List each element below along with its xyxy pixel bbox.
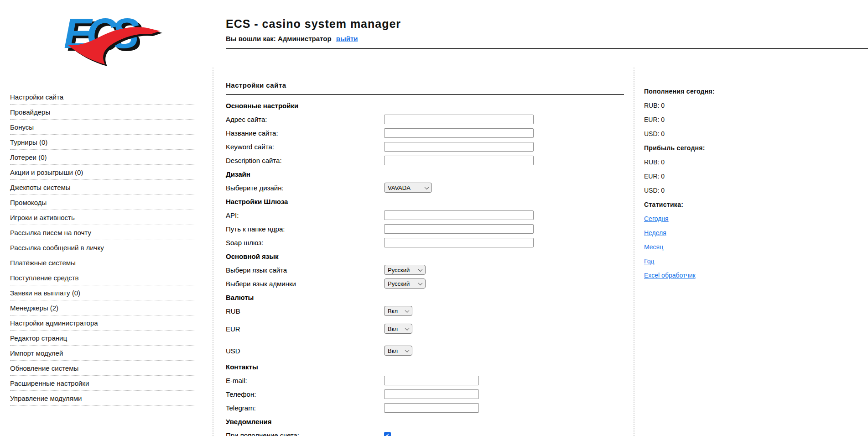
main-language-heading-label: Основной язык (226, 252, 279, 260)
basic-settings-heading-row: Основные настройки (226, 99, 624, 112)
chevron-down-icon (405, 348, 410, 352)
currency-eur-select[interactable]: Вкл (384, 324, 412, 334)
notify-on-deposit-checkbox[interactable]: ✓ (384, 432, 391, 436)
stats-link-week[interactable]: Неделя (644, 229, 666, 236)
stats-link-month[interactable]: Месяц (644, 243, 663, 251)
gateway-heading-label: Настройки Шлюза (226, 198, 288, 205)
contacts-heading-label: Контакты (226, 363, 258, 371)
sidebar-item-0[interactable]: Настройки сайта (10, 89, 194, 105)
currency-rub-select[interactable]: Вкл (384, 306, 412, 316)
sidebar-item-12[interactable]: Поступление средств (10, 270, 194, 285)
currency-usd-select[interactable]: Вкл (384, 346, 412, 356)
site-keyword-input[interactable] (384, 142, 534, 152)
site-address-row: Адрес сайта: (226, 112, 624, 126)
main-language-heading-row: Основной язык (226, 249, 624, 263)
telegram-input[interactable] (384, 403, 479, 413)
design-row: Выберите дизайн:VAVADA (226, 181, 624, 194)
design-select[interactable]: VAVADA (384, 183, 432, 193)
sidebar-item-7[interactable]: Промокоды (10, 195, 194, 210)
email-input[interactable] (384, 376, 479, 385)
currency-usd-select-value: Вкл (388, 347, 398, 354)
core-folder-path-row: Путь к папке ядра: (226, 222, 624, 236)
contacts-heading-row: Контакты (226, 360, 624, 373)
email-label: E-mail: (226, 377, 384, 384)
sidebar-item-19[interactable]: Расширенные настройки (10, 376, 194, 391)
settings-form: Основные настройкиАдрес сайта:Название с… (226, 99, 624, 436)
sidebar-item-13[interactable]: Заявки на выплату (0) (10, 285, 194, 300)
stats-link-year[interactable]: Год (644, 257, 654, 265)
sidebar-item-2[interactable]: Бонусы (10, 120, 194, 135)
site-keyword-row: Keyword сайта: (226, 140, 624, 153)
deposit-amount-eur: EUR: 0 (644, 112, 781, 126)
currency-eur-row: EURВкл (226, 322, 624, 336)
sidebar-item-5[interactable]: Акции и розыгрыши (0) (10, 165, 194, 180)
profit-today-title: Прибыль сегодня: (644, 141, 781, 155)
admin-language-select-value: Русский (388, 280, 410, 287)
telegram-row: Telegram: (226, 401, 624, 415)
sidebar-item-14[interactable]: Менеджеры (2) (10, 300, 194, 315)
login-status: Вы вошли как: Администратор выйти (226, 35, 401, 42)
sidebar-item-4[interactable]: Лотереи (0) (10, 150, 194, 165)
sidebar-item-3[interactable]: Турниры (0) (10, 135, 194, 150)
stats-link-today[interactable]: Сегодня (644, 215, 669, 222)
site-description-input[interactable] (384, 156, 534, 165)
sidebar-item-16[interactable]: Редактор страниц (10, 331, 194, 346)
design-select-value: VAVADA (388, 184, 411, 191)
stats-panel: Пополнения сегодня: RUB: 0EUR: 0USD: 0 П… (644, 84, 781, 282)
sidebar-item-20[interactable]: Управление модулями (10, 391, 194, 406)
site-name-row: Название сайта: (226, 126, 624, 140)
phone-input[interactable] (384, 389, 479, 399)
header: ECS - casino system manager Вы вошли как… (226, 17, 401, 42)
excel-handler-link[interactable]: Excel обработчик (644, 272, 696, 279)
profit-today-list: RUB: 0EUR: 0USD: 0 (644, 155, 781, 197)
deposits-today-list: RUB: 0EUR: 0USD: 0 (644, 98, 781, 141)
admin-language-label: Выбери язык админки (226, 280, 384, 288)
profit-amount-usd: USD: 0 (644, 183, 781, 197)
phone-row: Телефон: (226, 387, 624, 401)
admin-language-select[interactable]: Русский (384, 278, 426, 289)
sidebar-menu: Настройки сайтаПровайдерыБонусыТурниры (… (10, 89, 194, 406)
currency-usd-row: USDВкл (226, 344, 624, 357)
design-label: Выберите дизайн: (226, 184, 384, 192)
sidebar-item-15[interactable]: Настройки администратора (10, 315, 194, 331)
site-name-label: Название сайта: (226, 129, 384, 137)
sidebar-item-11[interactable]: Платёжные системы (10, 255, 194, 270)
deposit-amount-rub: RUB: 0 (644, 98, 781, 112)
telegram-label: Telegram: (226, 404, 384, 412)
logout-link[interactable]: выйти (336, 35, 358, 42)
login-status-text: Вы вошли как: Администратор (226, 35, 332, 42)
deposits-today-title: Пополнения сегодня: (644, 84, 781, 98)
header-divider (226, 48, 868, 49)
soap-gateway-row: Soap шлюз: (226, 236, 624, 249)
currency-rub-row: RUBВкл (226, 304, 624, 318)
sidebar-item-17[interactable]: Импорт модулей (10, 346, 194, 361)
ecs-logo: ECS (64, 6, 162, 67)
currencies-heading-label: Валюты (226, 294, 254, 301)
phone-label: Телефон: (226, 390, 384, 398)
sidebar-item-10[interactable]: Рассылка сообщений в личку (10, 240, 194, 255)
statistics-title: Статистика: (644, 197, 781, 211)
chevron-down-icon (405, 308, 410, 313)
api-row: API: (226, 208, 624, 222)
sidebar-item-18[interactable]: Обновление системы (10, 361, 194, 376)
sidebar-item-1[interactable]: Провайдеры (10, 105, 194, 120)
site-language-select[interactable]: Русский (384, 265, 426, 275)
site-language-row: Выбери язык сайтаРусский (226, 263, 624, 277)
sidebar-item-9[interactable]: Рассылка писем на почту (10, 225, 194, 240)
page-title: ECS - casino system manager (226, 17, 401, 31)
currency-rub-label: RUB (226, 307, 384, 315)
site-address-label: Адрес сайта: (226, 116, 384, 123)
site-address-input[interactable] (384, 115, 534, 124)
currency-eur-select-value: Вкл (388, 326, 398, 332)
api-input[interactable] (384, 210, 534, 220)
site-name-input[interactable] (384, 128, 534, 138)
email-row: E-mail: (226, 373, 624, 387)
site-description-row: Description сайта: (226, 153, 624, 167)
site-description-label: Description сайта: (226, 157, 384, 164)
core-folder-path-input[interactable] (384, 224, 534, 234)
notify-on-deposit-row: При пополнение счета:✓ (226, 428, 624, 436)
sidebar-item-8[interactable]: Игроки и активность (10, 210, 194, 225)
sidebar-item-6[interactable]: Джекпоты системы (10, 180, 194, 195)
soap-gateway-input[interactable] (384, 238, 534, 247)
site-keyword-label: Keyword сайта: (226, 143, 384, 151)
